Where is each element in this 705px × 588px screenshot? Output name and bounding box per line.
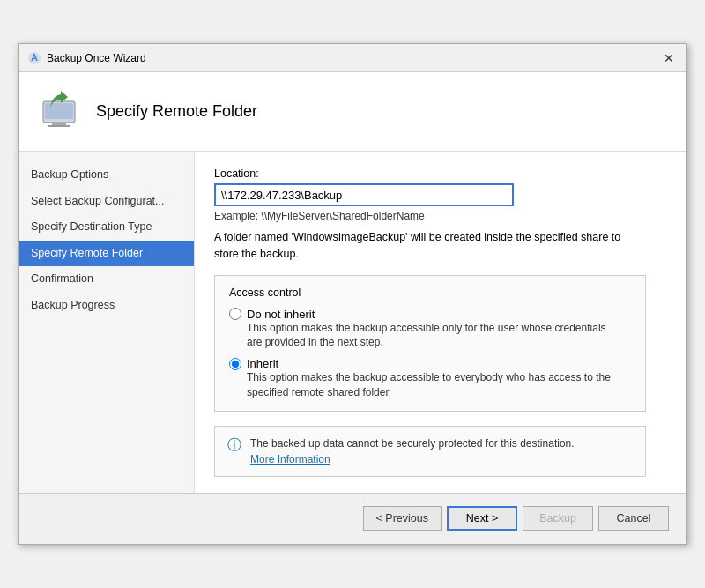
svg-rect-4 (48, 125, 70, 127)
main-panel: Location: Example: \\MyFileServer\Shared… (195, 152, 686, 493)
sidebar-item-backup-options[interactable]: Backup Options (19, 162, 194, 189)
title-bar-text: Backup Once Wizard (47, 52, 146, 64)
title-bar-left: Backup Once Wizard (27, 51, 146, 65)
location-input[interactable] (214, 183, 514, 206)
info-circle-icon: ⓘ (227, 436, 241, 455)
radio-label-do-not-inherit[interactable]: Do not inherit (247, 308, 315, 321)
location-label: Location: (214, 167, 667, 180)
info-text: A folder named 'WindowsImageBackup' will… (214, 229, 637, 263)
title-bar: Backup Once Wizard ✕ (19, 44, 686, 72)
radio-option-inherit: Inherit This option makes the backup acc… (229, 357, 631, 400)
radio-row-inherit: Inherit (229, 357, 631, 370)
cancel-button[interactable]: Cancel (598, 506, 669, 531)
radio-row-do-not-inherit: Do not inherit (229, 308, 631, 321)
svg-rect-2 (45, 103, 73, 119)
previous-button[interactable]: < Previous (363, 506, 442, 531)
warning-text-area: The backed up data cannot be securely pr… (250, 435, 575, 467)
radio-desc-do-not-inherit: This option makes the backup accessible … (247, 321, 617, 351)
access-control-box: Access control Do not inherit This optio… (214, 275, 646, 412)
sidebar-item-specify-remote-folder[interactable]: Specify Remote Folder (19, 241, 194, 267)
dialog-header: Specify Remote Folder (19, 72, 686, 152)
close-button[interactable]: ✕ (660, 49, 678, 67)
svg-rect-3 (52, 123, 66, 125)
sidebar: Backup Options Select Backup Configurat.… (19, 152, 195, 493)
footer: < Previous Next > Backup Cancel (19, 493, 686, 544)
radio-label-inherit[interactable]: Inherit (247, 357, 278, 370)
access-control-title: Access control (229, 287, 631, 299)
warning-text: The backed up data cannot be securely pr… (250, 437, 575, 450)
backup-button[interactable]: Backup (523, 506, 593, 531)
radio-desc-inherit: This option makes the backup accessible … (247, 370, 617, 400)
sidebar-item-confirmation[interactable]: Confirmation (19, 266, 194, 293)
sidebar-item-select-backup-config[interactable]: Select Backup Configurat... (19, 189, 194, 215)
content-area: Backup Options Select Backup Configurat.… (19, 152, 686, 493)
radio-group: Do not inherit This option makes the bac… (229, 308, 631, 400)
radio-option-do-not-inherit: Do not inherit This option makes the bac… (229, 308, 631, 351)
warning-box: ⓘ The backed up data cannot be securely … (214, 426, 646, 477)
dialog-window: Backup Once Wizard ✕ Specify Remote Fold… (18, 43, 687, 545)
next-button[interactable]: Next > (447, 506, 517, 531)
radio-inherit[interactable] (229, 358, 241, 370)
header-icon (36, 89, 82, 135)
radio-do-not-inherit[interactable] (229, 308, 241, 320)
example-text: Example: \\MyFileServer\SharedFolderName (214, 210, 667, 222)
sidebar-item-backup-progress[interactable]: Backup Progress (19, 293, 194, 319)
more-info-link[interactable]: More Information (250, 453, 330, 465)
sidebar-item-specify-destination-type[interactable]: Specify Destination Type (19, 214, 194, 241)
wizard-icon (27, 51, 41, 65)
dialog-title: Specify Remote Folder (96, 102, 257, 121)
